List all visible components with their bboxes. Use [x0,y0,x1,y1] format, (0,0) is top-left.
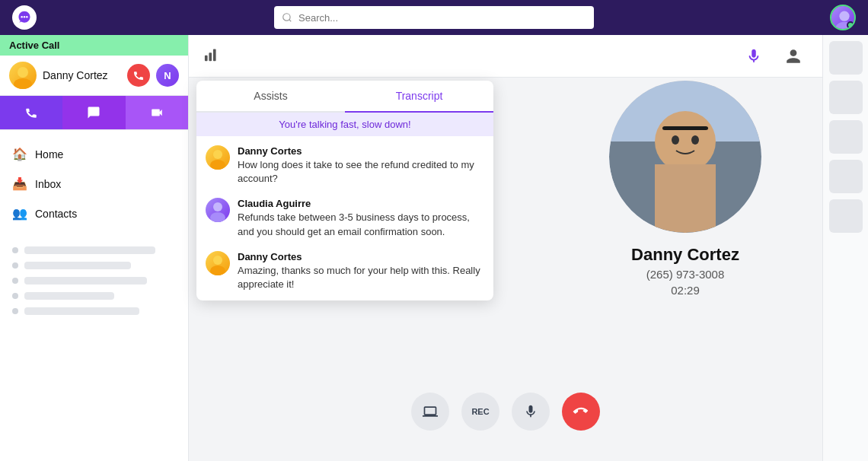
skeleton-bar [24,292,114,300]
main-layout: Active Call Danny Cortez N [0,35,868,461]
sidebar: Active Call Danny Cortez N [0,35,189,461]
chat-action-button[interactable] [62,96,125,129]
transcript-name-1: Danny Cortes [238,145,484,157]
caller-video-circle [609,81,761,233]
caller-phone: (265) 973-3008 [631,268,739,281]
inbox-icon: 📥 [12,176,27,191]
call-panel: Assists Transcript You're talking fast, … [196,81,493,300]
skeleton-dot [12,308,18,314]
skeleton-item [12,262,176,269]
caller-name: Danny Cortez [43,69,121,81]
online-indicator [847,21,854,29]
svg-point-23 [691,135,699,145]
record-label: REC [471,407,489,416]
svg-rect-21 [655,164,716,233]
tab-assists[interactable]: Assists [196,81,345,111]
mini-block-3 [829,120,863,154]
svg-rect-8 [205,56,208,61]
sidebar-item-inbox[interactable]: 📥 Inbox [0,169,188,199]
skeleton-bar [24,307,139,315]
transcript-item-3: Danny Cortes Amazing, thanks so much for… [206,251,484,291]
svg-point-6 [18,67,28,78]
skeleton-bar [24,277,147,285]
call-actions-bar [0,96,188,130]
main-top-bar [189,35,822,78]
svg-rect-24 [662,126,708,130]
svg-rect-10 [213,49,216,62]
app-logo [12,5,37,30]
panel-tabs: Assists Transcript [196,81,493,113]
sidebar-item-home[interactable]: 🏠 Home [0,139,188,169]
svg-point-1 [24,16,26,18]
caller-info: Danny Cortez (265) 973-3008 02:29 [631,245,739,297]
mini-block-1 [829,41,863,75]
search-input[interactable] [298,12,586,24]
mini-block-4 [829,160,863,193]
transcript-list: Danny Cortes How long does it take to se… [196,136,493,300]
call-controls: REC [411,393,600,431]
search-bar[interactable] [274,6,594,29]
ai-assist-button[interactable]: N [156,64,179,87]
record-button[interactable]: REC [461,393,499,431]
transcript-item-2: Claudia Aguirre Refunds take between 3-5… [206,198,484,238]
transcript-item-1: Danny Cortes How long does it take to se… [206,145,484,186]
transcript-avatar-danny-1 [206,145,230,170]
phone-action-button[interactable] [0,96,62,129]
svg-point-15 [213,256,222,265]
skeleton-dot [12,247,18,253]
video-action-button[interactable] [126,96,188,129]
svg-point-22 [672,135,679,145]
svg-point-7 [14,78,32,89]
main-content: Assists Transcript You're talking fast, … [189,35,822,461]
sidebar-item-contacts[interactable]: 👥 Contacts [0,199,188,228]
end-call-button[interactable] [562,393,600,431]
transcript-text-2: Refunds take between 3-5 business days t… [238,211,484,238]
active-call-badge: Active Call [0,35,188,56]
skeleton-item [12,246,176,254]
nav-items: 🏠 Home 📥 Inbox 👥 Contacts [0,130,188,237]
user-avatar[interactable] [830,5,856,30]
signal-icon [204,46,221,66]
transcript-avatar-claudia [206,198,230,222]
svg-point-14 [210,212,225,222]
sidebar-item-home-label: Home [35,148,63,161]
mute-button[interactable] [512,393,550,431]
svg-point-16 [210,265,225,275]
skeleton-bar [24,262,131,269]
sidebar-item-contacts-label: Contacts [35,208,77,220]
top-nav [0,0,868,35]
svg-point-0 [21,16,23,18]
skeleton-dot [12,278,18,284]
mini-block-2 [829,81,863,114]
transcript-text-3: Amazing, thanks so much for your help wi… [238,264,484,291]
svg-point-12 [210,160,225,170]
skeleton-bar [24,246,155,254]
skeleton-dot [12,262,18,269]
caller-full-name: Danny Cortez [631,245,739,265]
sidebar-item-inbox-label: Inbox [35,178,61,190]
video-area: Danny Cortez (265) 973-3008 02:29 [609,81,761,297]
tab-transcript[interactable]: Transcript [345,81,493,113]
hang-up-button[interactable] [127,64,150,87]
transcript-name-2: Claudia Aguirre [238,198,484,209]
contacts-icon: 👥 [12,206,27,221]
skeleton-item [12,292,176,300]
transcript-content-1: Danny Cortes How long does it take to se… [238,145,484,186]
skeleton-item [12,307,176,315]
person-button[interactable] [780,43,807,70]
caller-avatar [9,62,37,89]
svg-point-3 [283,14,290,21]
call-timer: 02:29 [631,284,739,297]
screen-share-button[interactable] [411,393,449,431]
transcript-avatar-danny-2 [206,251,230,275]
ai-label: N [164,70,171,81]
transcript-content-3: Danny Cortes Amazing, thanks so much for… [238,251,484,291]
skeleton-item [12,277,176,285]
skeleton-dot [12,293,18,299]
right-mini-panel [822,35,868,461]
svg-point-20 [655,111,716,172]
svg-rect-9 [209,52,212,61]
transcript-content-2: Claudia Aguirre Refunds take between 3-5… [238,198,484,238]
mic-button[interactable] [740,43,767,70]
caller-row: Danny Cortez N [0,56,188,96]
